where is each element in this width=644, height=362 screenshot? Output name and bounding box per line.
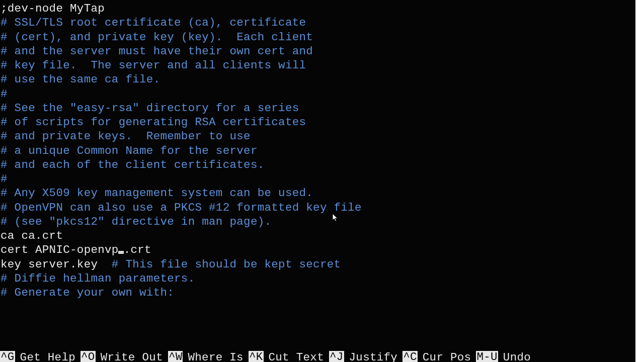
shortcut-key: ^C bbox=[403, 351, 418, 362]
shortcut-label: Justify bbox=[344, 351, 403, 362]
editor-line: # OpenVPN can also use a PKCS #12 format… bbox=[1, 201, 635, 215]
comment-text: # a unique Common Name for the server bbox=[1, 144, 258, 157]
shortcut-key: ^J bbox=[329, 351, 344, 362]
editor-text-area[interactable]: ;dev-node MyTap# SSL/TLS root certificat… bbox=[0, 0, 635, 300]
shortcut-key: ^W bbox=[168, 351, 183, 362]
code-text: key server.key bbox=[1, 258, 112, 271]
comment-text: # See the "easy-rsa" directory for a ser… bbox=[1, 102, 299, 115]
comment-text: # Any X509 key management system can be … bbox=[1, 187, 313, 200]
editor-line: # key file. The server and all clients w… bbox=[1, 58, 635, 72]
shortcut-label: Write Out bbox=[96, 351, 168, 362]
editor-line: # bbox=[1, 87, 635, 101]
text-cursor bbox=[118, 251, 124, 254]
editor-line: # a unique Common Name for the server bbox=[1, 144, 635, 158]
editor-line: # bbox=[1, 172, 635, 186]
shortcut-item: ^GGet Help bbox=[0, 351, 80, 362]
editor-line: # Diffie hellman parameters. bbox=[1, 272, 635, 286]
comment-text: # key file. The server and all clients w… bbox=[1, 59, 306, 72]
comment-text: # This file should be kept secret bbox=[112, 258, 341, 271]
comment-text: # use the same ca file. bbox=[1, 73, 160, 86]
shortcut-key: ^K bbox=[249, 351, 264, 362]
editor-line: # See the "easy-rsa" directory for a ser… bbox=[1, 101, 635, 115]
editor-line: # (see "pkcs12" directive in man page). bbox=[1, 215, 635, 229]
shortcut-label: Where Is bbox=[183, 351, 248, 362]
code-text: cert APNIC-openvp bbox=[1, 243, 119, 256]
editor-line: ca ca.crt bbox=[1, 229, 635, 243]
editor-line: # Generate your own with: bbox=[1, 286, 635, 300]
terminal-window: ;dev-node MyTap# SSL/TLS root certificat… bbox=[0, 0, 635, 362]
editor-line: # SSL/TLS root certificate (ca), certifi… bbox=[1, 16, 635, 30]
code-text: .crt bbox=[124, 243, 151, 256]
editor-line: ;dev-node MyTap bbox=[1, 2, 635, 16]
comment-text: # and the server must have their own cer… bbox=[1, 45, 313, 58]
editor-line: # use the same ca file. bbox=[1, 72, 635, 86]
shortcut-item: ^JJustify bbox=[329, 351, 403, 362]
comment-text: # Generate your own with: bbox=[1, 286, 174, 299]
comment-text: # bbox=[1, 172, 8, 186]
shortcut-label: Cut Text bbox=[264, 351, 329, 362]
shortcut-label: Cur Pos bbox=[418, 351, 476, 362]
comment-text: # of scripts for generating RSA certific… bbox=[1, 116, 306, 129]
editor-line: # Any X509 key management system can be … bbox=[1, 186, 635, 200]
window-scroll-gutter bbox=[635, 0, 644, 362]
editor-line: # (cert), and private key (key). Each cl… bbox=[1, 30, 635, 44]
comment-text: # bbox=[1, 87, 8, 101]
shortcut-label: Undo bbox=[498, 351, 556, 362]
comment-text: # Diffie hellman parameters. bbox=[1, 272, 195, 285]
shortcut-item: ^OWrite Out bbox=[80, 351, 168, 362]
shortcut-item: ^KCut Text bbox=[249, 351, 329, 362]
comment-text: # (cert), and private key (key). Each cl… bbox=[1, 31, 313, 44]
shortcut-item: ^WWhere Is bbox=[168, 351, 249, 362]
editor-line: key server.key # This file should be kep… bbox=[1, 257, 635, 272]
editor-line: # and each of the client certificates. bbox=[1, 158, 635, 172]
comment-text: # (see "pkcs12" directive in man page). bbox=[1, 215, 271, 228]
nano-shortcut-bar: ^GGet Help^OWrite Out^WWhere Is^KCut Tex… bbox=[0, 351, 635, 362]
shortcut-key: ^G bbox=[0, 351, 15, 362]
shortcut-item: M-UUndo bbox=[476, 351, 555, 362]
shortcut-key: M-U bbox=[476, 351, 498, 362]
shortcut-item: ^CCur Pos bbox=[403, 351, 476, 362]
editor-line: cert APNIC-openvp.crt bbox=[1, 243, 635, 257]
comment-text: # SSL/TLS root certificate (ca), certifi… bbox=[1, 16, 306, 29]
comment-text: # and each of the client certificates. bbox=[1, 158, 264, 171]
shortcut-key: ^O bbox=[80, 351, 96, 362]
editor-line: # and the server must have their own cer… bbox=[1, 44, 635, 58]
editor-line: # of scripts for generating RSA certific… bbox=[1, 115, 635, 129]
comment-text: # OpenVPN can also use a PKCS #12 format… bbox=[1, 201, 362, 214]
editor-line: # and private keys. Remember to use bbox=[1, 129, 635, 143]
comment-text: # and private keys. Remember to use bbox=[1, 130, 251, 143]
shortcut-label: Get Help bbox=[15, 351, 80, 362]
